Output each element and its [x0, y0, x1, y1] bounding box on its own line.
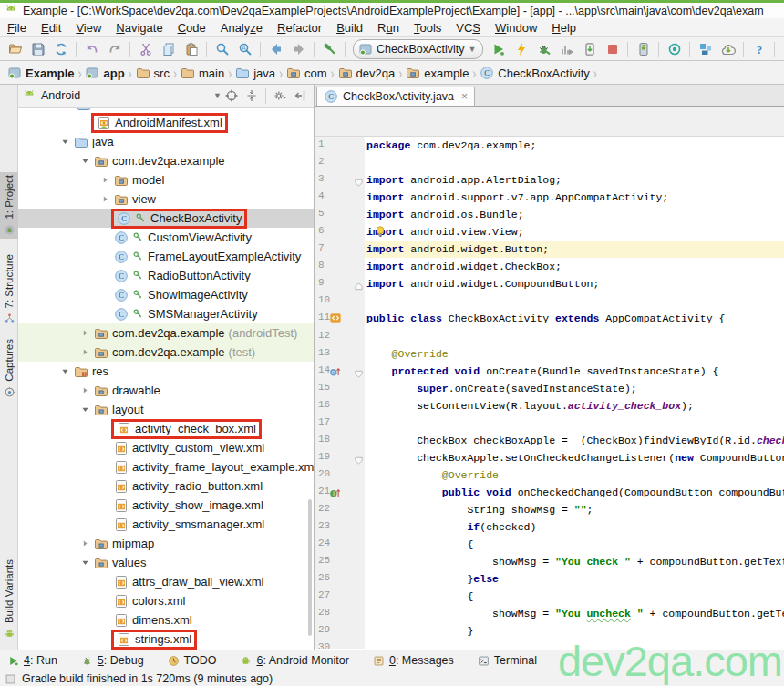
code-text[interactable] — [365, 154, 784, 171]
code-text[interactable]: setContentView(R.layout.activity_check_b… — [365, 397, 784, 415]
breadcrumb-item-com[interactable]: com — [284, 66, 329, 80]
cut-button[interactable] — [134, 39, 157, 60]
breadcrumb-item-main[interactable]: main — [179, 66, 226, 80]
tree-item-smsmanageractivity[interactable]: CSMSManagerActivity — [18, 304, 314, 323]
tree-item-dimens-xml[interactable]: dimens.xml — [18, 610, 314, 630]
expanded-arrow-icon[interactable] — [58, 137, 71, 147]
menu-refactor[interactable]: Refactor — [270, 19, 329, 36]
tool-window-tab-captures[interactable]: Captures — [0, 336, 18, 401]
gutter-implement-icon[interactable]: i — [329, 486, 341, 502]
code-text[interactable]: showMsg = "You check " + compoundButton.… — [365, 553, 784, 570]
expanded-arrow-icon[interactable] — [58, 366, 71, 376]
menu-vcs[interactable]: VCS — [449, 19, 488, 36]
menu-build[interactable]: Build — [329, 19, 370, 36]
help-button[interactable]: ? — [748, 39, 770, 60]
sdk-manager-button[interactable] — [694, 39, 717, 60]
expanded-arrow-icon[interactable] — [78, 404, 91, 415]
project-tree[interactable]: AndroidManifest.xmljavacom.dev2qa.exampl… — [18, 108, 314, 650]
code-text[interactable]: } — [365, 622, 784, 640]
apply-changes-button[interactable] — [510, 39, 532, 60]
tree-item-strings-xml[interactable]: strings.xml — [18, 630, 314, 649]
gutter-layout-icon[interactable] — [329, 312, 342, 328]
menu-navigate[interactable]: Navigate — [108, 19, 170, 36]
code-text[interactable]: { — [365, 588, 784, 605]
menu-view[interactable]: View — [68, 19, 108, 36]
save-button[interactable] — [26, 39, 49, 60]
sync-button[interactable] — [49, 39, 72, 60]
code-text[interactable]: @Override — [365, 466, 784, 484]
collapsed-arrow-icon[interactable] — [78, 538, 91, 548]
breadcrumb-item-java[interactable]: java — [233, 66, 277, 80]
stop-button[interactable] — [601, 39, 624, 60]
tree-item-com-dev2qa-example[interactable]: com.dev2qa.example (test) — [18, 343, 314, 362]
code-text[interactable]: super.onCreate(savedInstanceState); — [365, 380, 784, 397]
code-text[interactable]: public void onCheckedChanged(CompoundBut… — [365, 484, 784, 501]
menu-window[interactable]: Window — [488, 19, 544, 36]
tree-item-radiobuttonactivity[interactable]: CRadioButtonActivity — [18, 266, 314, 285]
expanded-arrow-icon[interactable] — [78, 558, 91, 568]
tree-item-activity-radio-button-xml[interactable]: activity_radio_button.xml — [18, 476, 314, 496]
gear-button[interactable] — [270, 87, 290, 105]
code-text[interactable]: import android.support.v7.app.AppCompatA… — [365, 189, 784, 206]
tree-item-com-dev2qa-example[interactable]: com.dev2qa.example — [18, 151, 314, 170]
code-text[interactable]: showMsg = "You uncheck " + compoundButto… — [365, 605, 784, 622]
tree-item-mipmap[interactable]: mipmap — [18, 534, 314, 553]
tree-item-checkboxactivity[interactable]: CCheckBoxActivity — [18, 209, 314, 228]
tree-item-customviewactivity[interactable]: CCustomViewActivity — [18, 228, 314, 247]
code-text[interactable]: if(checked) — [365, 518, 784, 536]
split-button[interactable] — [242, 87, 262, 105]
attach-debugger-button[interactable] — [578, 39, 601, 60]
undo-button[interactable] — [80, 39, 103, 60]
menu-file[interactable]: File — [0, 19, 34, 36]
code-text[interactable]: package com.dev2qa.example; — [365, 137, 784, 154]
tree-item-androidmanifest-xml[interactable]: AndroidManifest.xml — [18, 113, 314, 132]
intention-bulb-icon[interactable] — [374, 225, 387, 241]
code-text[interactable]: @Override — [365, 345, 784, 363]
code-text[interactable]: import android.widget.CompoundButton; — [365, 275, 784, 292]
expanded-arrow-icon[interactable] — [78, 156, 91, 166]
code-text[interactable]: import android.view.View; — [365, 223, 784, 241]
tool-window-button-0-messages[interactable]: 0: Messages — [373, 654, 454, 667]
run-button[interactable] — [487, 39, 510, 60]
tree-item-model[interactable]: model — [18, 170, 314, 189]
code-text[interactable] — [365, 415, 784, 432]
target-button[interactable] — [222, 87, 242, 105]
tree-item-showimageactivity[interactable]: CShowImageActivity — [18, 285, 314, 304]
collapsed-arrow-icon[interactable] — [78, 347, 91, 357]
profile-button[interactable] — [555, 39, 578, 60]
code-text[interactable] — [365, 640, 784, 649]
breadcrumb-item-src[interactable]: src — [134, 66, 171, 80]
breadcrumb-item-app[interactable]: app — [83, 66, 126, 80]
menu-help[interactable]: Help — [544, 19, 583, 36]
code-text[interactable]: public class CheckBoxActivity extends Ap… — [365, 310, 784, 327]
forward-button[interactable] — [287, 39, 310, 60]
menu-edit[interactable]: Edit — [34, 19, 68, 36]
code-text[interactable]: { — [365, 536, 784, 553]
tree-item-colors-xml[interactable]: colors.xml — [18, 591, 314, 610]
code-text[interactable]: protected void onCreate(Bundle savedInst… — [365, 363, 784, 380]
code-text[interactable]: import android.widget.Button; — [365, 241, 784, 258]
code-text[interactable]: import android.widget.CheckBox; — [365, 258, 784, 275]
debug-button[interactable] — [532, 39, 555, 60]
collapsed-arrow-icon[interactable] — [98, 194, 111, 204]
open-folder-button[interactable] — [4, 39, 26, 60]
collapsed-arrow-icon[interactable] — [98, 175, 111, 185]
tool-window-button-todo[interactable]: TODO — [168, 654, 217, 667]
tree-item-activity-show-image-xml[interactable]: activity_show_image.xml — [18, 496, 314, 515]
breadcrumb-item-dev2qa[interactable]: dev2qa — [336, 66, 397, 80]
collapsed-arrow-icon[interactable] — [78, 385, 91, 395]
code-text[interactable] — [365, 292, 784, 310]
build-hammer-button[interactable] — [318, 39, 341, 60]
tree-item-activity-custom-view-xml[interactable]: activity_custom_view.xml — [18, 438, 314, 457]
find-button[interactable] — [211, 39, 233, 60]
breadcrumb-item-example[interactable]: example — [404, 66, 470, 80]
code-editor[interactable]: 1package com.dev2qa.example;23import and… — [315, 137, 784, 649]
tree-item-framelayoutexampleactivity[interactable]: CFrameLayoutExampleActivity — [18, 247, 314, 266]
menu-code[interactable]: Code — [170, 19, 213, 36]
tool-window-tab-build-variants[interactable]: Build Variants — [0, 557, 18, 642]
project-view-selector[interactable]: Android — [22, 88, 113, 103]
tool-window-button-4-run[interactable]: 4: Run — [7, 654, 57, 667]
code-text[interactable]: checkBoxApple.setOnCheckedChangeListener… — [365, 449, 784, 466]
code-text[interactable]: String showMsg = ""; — [365, 501, 784, 518]
code-text[interactable] — [365, 328, 784, 345]
